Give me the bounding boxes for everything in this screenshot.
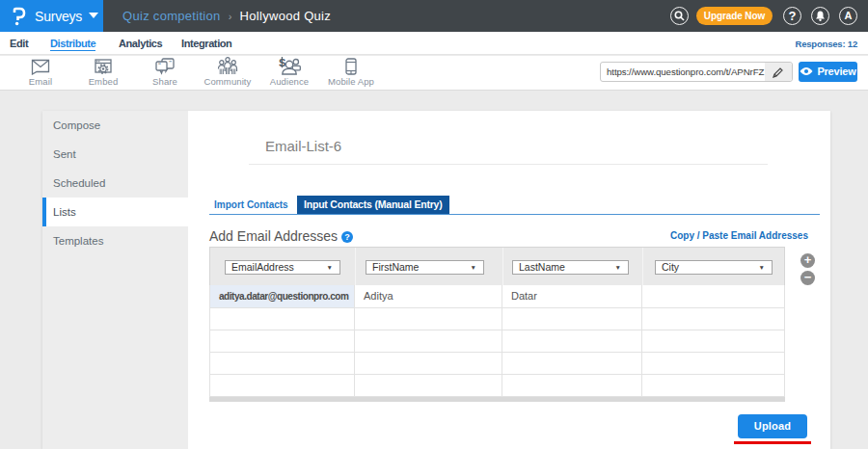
svg-text:“: “ [158,62,161,67]
svg-text:”: ” [169,60,172,66]
